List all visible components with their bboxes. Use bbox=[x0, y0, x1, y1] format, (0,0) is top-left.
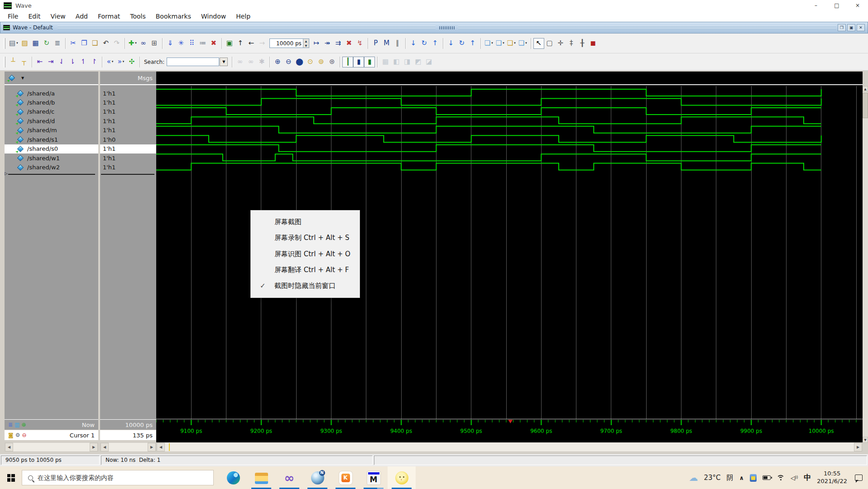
search-reverse-button[interactable]: ∞ bbox=[235, 57, 245, 67]
taskbar-app-file-explorer[interactable] bbox=[247, 466, 275, 489]
wave-scrollbar[interactable]: ◀ ▶ bbox=[156, 442, 863, 452]
chevron-down-icon[interactable]: ▾ bbox=[135, 42, 137, 45]
scroll-last-button[interactable]: ↓ bbox=[408, 38, 419, 49]
names-scroll-track[interactable] bbox=[13, 443, 90, 451]
zoom-cursor-button[interactable]: ⊙ bbox=[305, 57, 316, 67]
signal-value-shared-b[interactable]: 1'h1 bbox=[100, 98, 156, 107]
show-drivers-button[interactable]: ≔ bbox=[197, 38, 208, 49]
signal-value-shared-d[interactable]: 1'h1 bbox=[100, 116, 156, 125]
taskbar-app-edge[interactable] bbox=[219, 466, 247, 489]
scroll-left-icon[interactable]: ◀ bbox=[5, 443, 13, 451]
security-tray-icon[interactable] bbox=[750, 474, 757, 482]
signal-row-shared-d[interactable]: ➤/shared/d bbox=[5, 116, 98, 125]
signal-values-pane[interactable]: 1'h11'h11'h11'h11'h11'h01'h11'h11'h1 bbox=[100, 85, 156, 419]
reload-button[interactable]: ↻ bbox=[41, 38, 52, 49]
battery-icon[interactable] bbox=[762, 475, 771, 480]
signal-value-shared-w2[interactable]: 1'h1 bbox=[100, 163, 156, 172]
panel-maximize-button[interactable]: ▣ bbox=[847, 24, 855, 31]
delete-cursor-button[interactable]: ┬ bbox=[19, 57, 29, 67]
wave-shared-b[interactable] bbox=[156, 98, 821, 105]
scroll-up-icon[interactable]: ▲ bbox=[863, 86, 868, 92]
menu-add[interactable]: Add bbox=[71, 11, 93, 21]
values-scroll-track[interactable] bbox=[109, 443, 148, 451]
cursor-row-value[interactable]: 135 ps bbox=[100, 430, 156, 440]
undock-button[interactable]: ❐ bbox=[838, 24, 846, 31]
weather-icon[interactable]: ☁ bbox=[689, 472, 698, 483]
context-menu-item-5[interactable]: ✓截图时隐藏当前窗口 bbox=[251, 278, 360, 294]
performance-profile-button[interactable]: P bbox=[370, 38, 381, 49]
wifi-icon[interactable] bbox=[777, 475, 785, 481]
cursor-row-names[interactable]: ◙ ⚙ ⊖ Cursor 1 bbox=[5, 430, 98, 440]
window-pane-icon[interactable]: ▥ bbox=[14, 422, 19, 427]
cut-button[interactable]: ✂ bbox=[68, 38, 79, 49]
wave-shared-c[interactable] bbox=[156, 108, 821, 115]
zoom-in-button[interactable]: ⊕ bbox=[272, 57, 283, 67]
copy-button[interactable]: ❐ bbox=[79, 38, 90, 49]
reload-wave-button[interactable]: ↻ bbox=[419, 38, 430, 49]
toggle-leaf-names-button[interactable]: ❏▾ bbox=[483, 38, 494, 49]
signal-row-shared-w1[interactable]: /shared/w1 bbox=[5, 153, 98, 163]
run-length-field[interactable]: 10000 ps▲▼ bbox=[269, 38, 309, 48]
edge-tolerance-4-button[interactable]: ◪ bbox=[423, 57, 434, 67]
wave-shared-w2[interactable] bbox=[156, 163, 821, 170]
context-menu-item-3[interactable]: 屏幕识图 Ctrl + Alt + O bbox=[251, 246, 360, 262]
edit-mode-button[interactable]: ‡ bbox=[566, 38, 577, 49]
save-button[interactable]: ▦ bbox=[30, 38, 41, 49]
next-rising-edge-button[interactable]: ↾ bbox=[89, 57, 100, 67]
chevron-down-icon[interactable]: ▾ bbox=[514, 42, 516, 45]
minimize-button[interactable]: – bbox=[806, 0, 826, 11]
search-options-button[interactable]: ✱ bbox=[256, 57, 267, 67]
goto-bookmark-button[interactable]: ⊞ bbox=[149, 38, 160, 49]
signal-row-shared-s0[interactable]: ➤/shared/s0 bbox=[5, 144, 98, 153]
edge-tolerance-1-button[interactable]: ◧ bbox=[391, 57, 402, 67]
prev-transition-button[interactable]: ⇤ bbox=[34, 57, 45, 67]
vertical-scroll-thumb[interactable] bbox=[863, 93, 868, 118]
environment-forward-button[interactable]: → bbox=[257, 38, 268, 49]
edge-tolerance-3-button[interactable]: ◩ bbox=[412, 57, 423, 67]
zoom-between-cursors-button[interactable]: ⊚ bbox=[316, 57, 326, 67]
wave-shared-s0[interactable] bbox=[156, 145, 821, 152]
expand-all-button[interactable]: ✣ bbox=[126, 57, 137, 67]
select-mode-button[interactable]: ↖ bbox=[533, 38, 544, 49]
wave-shared-d[interactable] bbox=[156, 117, 821, 124]
menu-edit[interactable]: Edit bbox=[23, 11, 45, 21]
collapse-right-button[interactable]: »▾ bbox=[115, 57, 126, 67]
chevron-down-icon[interactable]: ▾ bbox=[491, 42, 493, 45]
paste-button[interactable]: ❑ bbox=[90, 38, 101, 49]
taskbar-app-visual-studio[interactable]: ∞ bbox=[275, 466, 303, 489]
maximize-button[interactable]: □ bbox=[826, 0, 847, 11]
redo-button[interactable]: ↷ bbox=[111, 38, 122, 49]
memory-profile-button[interactable]: M bbox=[381, 38, 392, 49]
wave-shared-w1[interactable] bbox=[156, 154, 821, 161]
add-selected-button[interactable]: ✚▾ bbox=[127, 38, 138, 49]
jump-down-button[interactable]: ↓ bbox=[446, 38, 456, 49]
signal-row-shared-s1[interactable]: ➤/shared/s1 bbox=[5, 135, 98, 144]
run-length-value[interactable]: 10000 ps bbox=[270, 39, 303, 48]
taskbar-app-m-app[interactable] bbox=[360, 466, 388, 489]
timeline-ruler[interactable]: 9100 ps9200 ps9300 ps9400 ps9500 ps9600 … bbox=[156, 419, 863, 443]
run-length-spinner[interactable]: ▲▼ bbox=[303, 39, 309, 48]
menu-format[interactable]: Format bbox=[93, 11, 125, 21]
exclude-icon[interactable]: ⊖ bbox=[22, 432, 26, 438]
find-button[interactable]: ∞ bbox=[138, 38, 149, 49]
compare-options-button[interactable]: ▦ bbox=[380, 57, 391, 67]
wave-vertical-scrollbar[interactable]: ▲ ▼ bbox=[863, 86, 868, 443]
volume-icon[interactable]: ◁ bbox=[791, 475, 798, 481]
close-button[interactable]: × bbox=[847, 0, 868, 11]
jump-up-button[interactable]: ↑ bbox=[467, 38, 478, 49]
memory-list-button[interactable]: ⠿ bbox=[187, 38, 197, 49]
wave-tree-icon[interactable]: ≣ bbox=[8, 422, 13, 427]
menu-view[interactable]: View bbox=[46, 11, 71, 21]
signal-value-shared-a[interactable]: 1'h1 bbox=[100, 89, 156, 98]
restart-button[interactable]: ▣ bbox=[224, 38, 235, 49]
weather-label[interactable]: 阴 bbox=[727, 474, 734, 482]
panel-close-button[interactable]: ✕ bbox=[857, 24, 865, 31]
taskbar-search-input[interactable] bbox=[38, 474, 213, 481]
scroll-left-icon[interactable]: ◀ bbox=[101, 443, 109, 451]
edge-tolerance-2-button[interactable]: ◨ bbox=[402, 57, 412, 67]
zoom-full-button[interactable]: ⬤ bbox=[294, 57, 305, 67]
prev-falling-edge-button[interactable]: ⇃ bbox=[56, 57, 67, 67]
stop-sim-button[interactable]: ↯ bbox=[355, 38, 365, 49]
wrench-icon[interactable]: ⚙ bbox=[15, 432, 20, 438]
refresh-wave-button[interactable]: ↻ bbox=[456, 38, 467, 49]
